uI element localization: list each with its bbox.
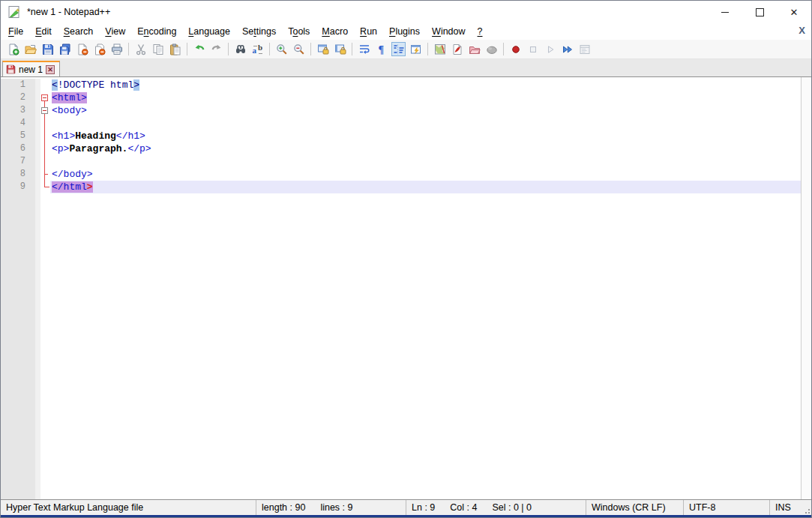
status-length-lines: length : 90 lines : 9 [256,500,406,515]
window-title: *new 1 - Notepad++ [27,7,110,17]
tab-label: new 1 [19,64,43,75]
macro-save-icon [579,43,591,55]
menu-item-window[interactable]: Window [426,25,471,38]
bookmark-margin-cell [35,142,40,155]
paste-icon [169,43,181,55]
editor-line[interactable]: 5<h1>Heading</h1> [1,130,802,142]
macro-play-button[interactable] [543,42,557,56]
fold-collapse-icon[interactable] [41,107,48,114]
menu-item-macro[interactable]: Macro [316,25,354,38]
macro-run-multiple-button[interactable] [560,42,574,56]
macro-run-multiple-icon [562,43,574,55]
editor-line[interactable]: 9</html> [1,181,802,193]
line-number: 2 [1,91,35,104]
folder-as-workspace-button[interactable] [484,42,499,56]
replace-button[interactable]: ab [250,42,265,56]
tab-close-icon[interactable]: ✕ [46,65,55,74]
code-text[interactable]: </body> [50,168,802,181]
editor-line[interactable]: 1<!DOCTYPE html> [1,79,802,91]
fold-margin-cell[interactable] [40,91,50,104]
open-file-button[interactable] [23,42,37,56]
menu-item-view[interactable]: View [99,25,131,38]
svg-text:¶: ¶ [378,44,384,55]
line-number-margin [1,193,35,500]
status-filetype: Hyper Text Markup Language file [1,500,256,515]
new-file-button[interactable] [6,42,20,56]
code-text[interactable]: <p>Paragraph.</p> [50,142,802,155]
sync-vertical-scroll-icon [317,43,329,55]
editor-line[interactable]: 7 [1,155,802,168]
editor-line[interactable]: 8</body> [1,168,802,181]
editor-line[interactable]: 3<body> [1,104,802,117]
close-all-icon [94,43,106,55]
document-map-button[interactable] [433,42,447,56]
close-file-button[interactable] [75,42,89,56]
code-text[interactable] [50,155,802,168]
paste-button[interactable] [168,42,182,56]
menu-item-tools[interactable]: Tools [282,25,316,38]
project-panel-button[interactable] [467,42,481,56]
editor-area[interactable]: 1<!DOCTYPE html>2<html>3<body>45<h1>Head… [1,76,811,500]
maximize-button[interactable] [742,1,777,23]
menu-item-edit[interactable]: Edit [29,25,58,38]
folder-as-workspace-icon [486,43,498,55]
menu-item-file[interactable]: File [2,25,29,38]
macro-record-button[interactable] [508,42,523,56]
macro-save-button[interactable] [577,42,592,56]
close-button[interactable]: ✕ [777,1,811,23]
find-button[interactable] [233,42,247,56]
code-text[interactable]: <!DOCTYPE html> [50,79,802,91]
vertical-scrollbar[interactable] [801,77,811,500]
menu-item-search[interactable]: Search [58,25,100,38]
line-number: 6 [1,142,35,155]
notepad-plus-plus-app-icon [7,5,21,19]
editor-line[interactable]: 6<p>Paragraph.</p> [1,142,802,155]
close-all-button[interactable] [92,42,106,56]
redo-button[interactable] [209,42,223,56]
save-all-button[interactable] [58,42,72,56]
cut-button[interactable] [133,42,148,56]
code-text[interactable]: <h1>Heading</h1> [50,130,802,142]
undo-button[interactable] [192,42,206,56]
function-list-button[interactable] [409,42,423,56]
fold-margin-cell [40,130,50,142]
editor-line[interactable]: 4 [1,117,802,130]
show-indent-guide-button[interactable] [391,42,406,56]
minimize-button[interactable] [708,1,742,23]
sync-horizontal-scroll-button[interactable] [333,42,347,56]
bookmark-margin-cell [35,91,40,104]
menu-item-encoding[interactable]: Encoding [131,25,182,38]
menu-item-language[interactable]: Language [182,25,236,38]
menu-item-plugins[interactable]: Plugins [383,25,426,38]
menu-item-settings[interactable]: Settings [236,25,282,38]
document-switcher-button[interactable] [450,42,464,56]
fold-margin-cell[interactable] [40,104,50,117]
code-text[interactable]: </html> [50,181,802,193]
line-number: 9 [1,181,35,193]
tab-new-1[interactable]: new 1 ✕ [2,61,60,76]
show-all-characters-button[interactable]: ¶ [374,42,388,56]
editor-line[interactable]: 2<html> [1,91,802,104]
tab-bar: new 1 ✕ [1,59,811,76]
code-text[interactable] [50,117,802,130]
copy-button[interactable] [151,42,165,56]
zoom-in-button[interactable] [274,42,289,56]
menubar-close-document-icon[interactable]: X [799,25,805,36]
save-file-button[interactable] [40,42,55,56]
menu-item-run[interactable]: Run [354,25,383,38]
zoom-out-button[interactable] [292,42,306,56]
macro-stop-button[interactable] [526,42,540,56]
svg-text:a: a [252,46,256,55]
menu-item-help[interactable]: ? [472,25,489,38]
code-text[interactable]: <body> [50,104,802,117]
editor-lines[interactable]: 1<!DOCTYPE html>2<html>3<body>45<h1>Head… [1,79,802,193]
menu-bar: FileEditSearchViewEncodingLanguageSettin… [1,23,811,40]
svg-text:b: b [258,43,262,52]
menu-items: FileEditSearchViewEncodingLanguageSettin… [2,25,489,38]
resize-grip[interactable] [804,508,810,514]
print-button[interactable] [109,42,124,56]
code-text[interactable]: <html> [50,91,802,104]
word-wrap-button[interactable] [357,42,371,56]
fold-collapse-icon[interactable] [41,94,48,101]
sync-vertical-scroll-button[interactable] [316,42,330,56]
